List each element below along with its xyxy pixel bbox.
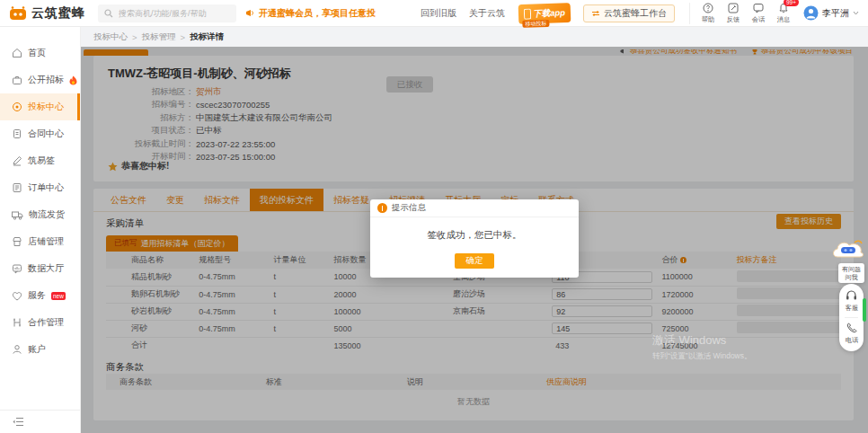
megaphone-icon	[245, 8, 255, 18]
sidebar-item-label: 首页	[28, 47, 46, 59]
shop-icon	[12, 236, 22, 247]
sidebar-item-service[interactable]: 服务 new	[0, 282, 80, 309]
target-icon	[12, 102, 22, 112]
help-button[interactable]: 帮助	[701, 3, 715, 24]
sidebar-item-label: 账户	[28, 343, 46, 356]
watermark-line1: 激活 Windows	[652, 332, 752, 349]
top-bar: 云筑蜜蜂 开通蜜蜂会员，享项目任意投 回到旧版 关于云筑 下载app 移动投标	[0, 0, 868, 27]
breadcrumb-item[interactable]: 投标中心	[93, 31, 128, 43]
phone-icon	[524, 8, 531, 19]
brand-name: 云筑蜜蜂	[31, 5, 85, 22]
headset-icon	[846, 290, 857, 301]
message-count-badge: 99+	[784, 0, 799, 6]
download-app-label: 下载app	[533, 6, 565, 19]
dialog-title: 提示信息	[392, 202, 426, 214]
sidebar-item-contract-center[interactable]: 合同中心	[0, 120, 80, 147]
phone-icon	[846, 323, 857, 333]
sidebar: 首页 公开招标 投标中心 合同中心 筑易签 订单中心	[0, 27, 81, 433]
app-window: 云筑蜜蜂 开通蜜蜂会员，享项目任意投 回到旧版 关于云筑 下载app 移动投标	[0, 0, 868, 433]
sidebar-item-label: 订单中心	[28, 181, 64, 194]
sidebar-item-logistics[interactable]: 物流发货	[0, 201, 80, 228]
breadcrumb: 投标中心 > 投标管理 > 投标详情	[81, 27, 868, 47]
chat-icon	[753, 3, 764, 13]
sidebar-item-label: 公开招标	[28, 74, 64, 86]
breadcrumb-current: 投标详情	[190, 31, 224, 43]
confirm-button[interactable]: 确定	[455, 253, 494, 269]
messages-button[interactable]: 99+ 消息	[776, 3, 791, 24]
search-icon	[104, 9, 113, 18]
member-promo-link[interactable]: 开通蜜蜂会员，享项目任意投	[245, 7, 376, 20]
sidebar-item-esign[interactable]: 筑易签	[0, 147, 80, 174]
pen-icon	[12, 155, 22, 166]
truck-icon	[12, 210, 23, 220]
sidebar-item-label: 物流发货	[29, 208, 65, 221]
chat-label: 会话	[752, 14, 765, 23]
avatar	[803, 5, 819, 21]
sidebar-item-label: 投标中心	[28, 101, 64, 113]
sidebar-item-public-bidding[interactable]: 公开招标	[0, 66, 80, 93]
breadcrumb-separator: >	[181, 32, 186, 42]
link-about[interactable]: 关于云筑	[469, 7, 505, 20]
tooltip-line1: 有问题	[838, 265, 864, 273]
sidebar-item-data-hall[interactable]: 数据大厅	[0, 255, 80, 282]
info-icon	[377, 203, 387, 213]
cooperation-icon	[12, 317, 22, 328]
promo-text: 开通蜜蜂会员，享项目任意投	[259, 7, 376, 20]
assistant-tooltip[interactable]: 有问题 问我	[838, 263, 864, 283]
dialog-message: 签收成功，您已中标。	[370, 217, 579, 242]
dialog-header: 提示信息	[370, 199, 579, 217]
watermark-line2: 转到“设置”以激活 Windows。	[652, 351, 752, 362]
hot-fire-icon	[69, 75, 77, 85]
user-menu[interactable]: 李平洲	[803, 5, 859, 21]
assistant-mascot[interactable]	[830, 234, 866, 266]
scrollbar-thumb[interactable]	[863, 298, 866, 322]
prompt-dialog: 提示信息 签收成功，您已中标。 确定	[370, 199, 579, 278]
phone-label[interactable]: 电话	[845, 336, 857, 345]
breadcrumb-item[interactable]: 投标管理	[142, 31, 176, 43]
sidebar-item-label: 服务	[28, 289, 46, 302]
brand-logo[interactable]: 云筑蜜蜂	[9, 5, 85, 22]
workspace-switcher[interactable]: 云筑蜜蜂工作台	[583, 4, 675, 22]
collapse-menu-icon	[13, 417, 24, 427]
mobile-bid-sub-badge: 移动投标	[522, 19, 549, 27]
swap-arrows-icon	[591, 10, 600, 17]
sidebar-item-home[interactable]: 首页	[0, 40, 80, 66]
contact-float-panel: 客服 电话	[839, 284, 864, 351]
search-input[interactable]	[117, 8, 225, 19]
tooltip-line2: 问我	[838, 273, 864, 281]
chat-button[interactable]: 会话	[751, 3, 766, 24]
help-icon	[703, 3, 713, 13]
sidebar-item-label: 合作管理	[28, 316, 64, 329]
home-icon	[12, 48, 22, 58]
heart-icon	[12, 291, 22, 301]
link-old-version[interactable]: 回到旧版	[421, 7, 456, 20]
person-icon	[12, 344, 22, 355]
messages-label: 消息	[777, 14, 790, 23]
briefcase-icon	[12, 75, 22, 85]
sidebar-item-label: 筑易签	[28, 155, 55, 167]
user-name: 李平洲	[822, 7, 849, 20]
feedback-button[interactable]: 反馈	[726, 3, 740, 24]
help-label: 帮助	[702, 14, 714, 23]
document-icon	[12, 128, 22, 139]
sidebar-item-account[interactable]: 账户	[0, 336, 80, 363]
sidebar-item-label: 合同中心	[28, 128, 64, 140]
data-icon	[12, 263, 22, 274]
feedback-label: 反馈	[727, 14, 740, 23]
divider	[845, 317, 858, 318]
topbar-icon-group: 帮助 反馈 会话 99+	[689, 3, 791, 24]
sidebar-item-label: 店铺管理	[28, 235, 64, 248]
sidebar-item-order-center[interactable]: 订单中心	[0, 174, 80, 201]
download-app-badge[interactable]: 下载app 移动投标	[518, 2, 571, 23]
sidebar-collapse-button[interactable]	[0, 410, 80, 433]
sidebar-item-shop-management[interactable]: 店铺管理	[0, 228, 80, 255]
robot-logo-icon	[9, 5, 27, 22]
global-search[interactable]	[98, 4, 236, 22]
sidebar-item-bidding-center[interactable]: 投标中心	[0, 93, 80, 120]
chevron-down-icon	[853, 11, 859, 15]
workspace-label: 云筑蜜蜂工作台	[604, 7, 667, 20]
order-icon	[12, 182, 22, 193]
new-badge: new	[51, 292, 66, 300]
sidebar-item-cooperation[interactable]: 合作管理	[0, 309, 80, 336]
service-label[interactable]: 客服	[845, 304, 857, 313]
